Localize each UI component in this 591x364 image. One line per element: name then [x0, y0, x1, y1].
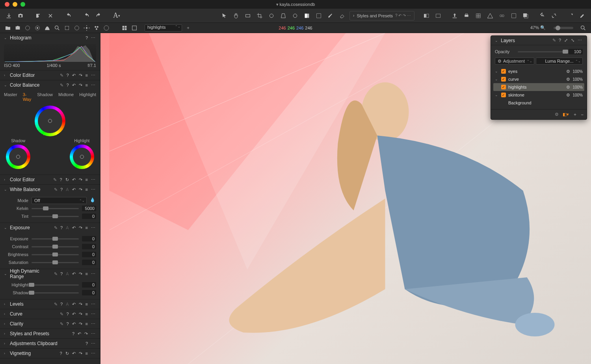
- color-editor2-header[interactable]: › Color Editor ✎ ?↻↶↷≡⋯: [0, 175, 100, 184]
- view-grid-button[interactable]: [121, 24, 128, 32]
- tint-slider[interactable]: [32, 216, 79, 217]
- delete-button[interactable]: [46, 11, 55, 20]
- menu-icon[interactable]: ⋯: [90, 35, 96, 41]
- exposure-tab[interactable]: [43, 24, 51, 32]
- metadata-tab[interactable]: [73, 24, 81, 32]
- color-editor-header[interactable]: › Color Editor ✎ ?↶↷≡⋯: [0, 71, 100, 80]
- exposure-header[interactable]: ⌄ Exposure ✎ ?A↶↷≡⋯: [0, 223, 100, 232]
- luma-range-button[interactable]: Luma Range...: [536, 58, 583, 65]
- ratio-tool[interactable]: [243, 11, 253, 20]
- exposure-slider[interactable]: [32, 238, 79, 240]
- highlight-warning-button[interactable]: [521, 11, 530, 20]
- search-icon[interactable]: [579, 24, 587, 32]
- before-after-button[interactable]: [422, 11, 431, 20]
- export-button[interactable]: [450, 11, 459, 20]
- proof-button[interactable]: [509, 11, 519, 20]
- cb-tab-highlight[interactable]: Highlight: [79, 92, 96, 102]
- layer-item-highlights[interactable]: ⌄✓highlights⚙100%: [493, 83, 584, 91]
- keystone-tool[interactable]: [279, 11, 288, 20]
- delete-layer-icon[interactable]: −: [581, 112, 584, 117]
- cb-tab-master[interactable]: Master: [4, 92, 17, 102]
- clarity-header[interactable]: ›Clarity✎?↶↷≡⋯: [0, 319, 100, 329]
- mask-tool[interactable]: [302, 11, 312, 20]
- import-button[interactable]: [4, 11, 13, 20]
- grid-button[interactable]: [474, 11, 483, 20]
- layer-item-eyes[interactable]: ⌄✓eyes⚙100%: [493, 67, 584, 75]
- highlight-wheel[interactable]: [70, 145, 94, 169]
- hdr-header[interactable]: ⌄ High Dynamic Range ✎ ?A↶↷≡⋯: [0, 269, 100, 279]
- tint-value[interactable]: 0: [82, 214, 96, 219]
- sliders-icon[interactable]: ⚙: [566, 69, 570, 74]
- adjustments-tab[interactable]: [63, 24, 71, 32]
- maximize-window-button[interactable]: [20, 2, 25, 7]
- color-tab[interactable]: [33, 24, 41, 32]
- saturation-slider[interactable]: [32, 262, 79, 263]
- histogram-graph[interactable]: [4, 44, 96, 62]
- view-single-button[interactable]: [130, 24, 138, 32]
- info-icon[interactable]: [102, 24, 110, 32]
- undo-step-button[interactable]: [82, 11, 91, 20]
- add-layer-button[interactable]: ＋: [184, 24, 192, 32]
- styles-presets-dropdown[interactable]: › Styles and Presets ? ↶ ↷ ⋯: [349, 11, 414, 20]
- white-balance-header[interactable]: ⌄ White Balance ✎ ?A↶↷≡⋯: [0, 185, 100, 194]
- layer-type-select[interactable]: ⚙Adjustment: [495, 58, 534, 65]
- minimize-window-button[interactable]: [13, 2, 17, 7]
- zoom-level[interactable]: 47% 🔍: [530, 25, 546, 30]
- rotate-tool[interactable]: [267, 11, 276, 20]
- hdr-highlight-slider[interactable]: [32, 284, 79, 286]
- adjustments-clipboard-header[interactable]: ›Adjustments Clipboard?⋯: [0, 339, 100, 348]
- reject-button[interactable]: [34, 11, 43, 20]
- mask-overlay-icon[interactable]: ◧▾: [563, 112, 569, 117]
- details-tab[interactable]: [53, 24, 61, 32]
- close-window-button[interactable]: [5, 2, 9, 7]
- pipette-icon[interactable]: 💧: [90, 197, 96, 204]
- kelvin-slider[interactable]: [32, 208, 79, 209]
- lens-tab[interactable]: [24, 24, 32, 32]
- capture-tab[interactable]: [14, 24, 22, 32]
- mask-display-icon[interactable]: ⚙: [555, 112, 559, 117]
- shadow-wheel[interactable]: [6, 145, 30, 169]
- new-layer-icon[interactable]: ＋: [573, 111, 577, 117]
- hand-tool[interactable]: [231, 11, 241, 20]
- eraser-tool[interactable]: [338, 11, 347, 20]
- kelvin-value[interactable]: 5000: [82, 206, 96, 211]
- hdr-shadow-slider[interactable]: [32, 292, 79, 293]
- color-balance-header[interactable]: ⌄ Color Balance ✎ ?↶↷≡⋯: [0, 80, 100, 90]
- zoom-slider[interactable]: [554, 27, 573, 29]
- layer-opacity-slider[interactable]: [518, 51, 565, 52]
- redo-step-button[interactable]: [94, 11, 103, 20]
- histogram-header[interactable]: ⌄ Histogram ?⋯: [0, 33, 100, 43]
- layer-item-background[interactable]: ⌄Background: [493, 99, 584, 107]
- styles-header[interactable]: ›Styles and Presets?↶↷⋯: [0, 329, 100, 338]
- cursor-tool[interactable]: [219, 11, 229, 20]
- cb-tab-shadow[interactable]: Shadow: [37, 92, 53, 102]
- print-button[interactable]: [462, 11, 471, 20]
- compare-button[interactable]: [433, 11, 443, 20]
- settings-tab[interactable]: [83, 24, 91, 32]
- spot-tool[interactable]: [290, 11, 300, 20]
- library-tab[interactable]: [4, 24, 12, 32]
- contrast-slider[interactable]: [32, 246, 79, 247]
- focus-mask-button[interactable]: [497, 11, 507, 20]
- capture-button[interactable]: [16, 11, 25, 20]
- wb-mode-select[interactable]: Off: [32, 197, 87, 204]
- edit-button[interactable]: [578, 11, 587, 20]
- layer-item-skintone[interactable]: ⌄✓skintone⚙100%: [493, 91, 584, 99]
- fullscreen-button[interactable]: [566, 11, 575, 20]
- refresh-button[interactable]: [549, 11, 559, 20]
- layers-header[interactable]: ⌄ Layers ✎ ?⤢⤡⋯: [491, 36, 587, 45]
- levels-header[interactable]: ›Levels✎?A↶↷≡⋯: [0, 299, 100, 309]
- batch-tab[interactable]: [93, 24, 100, 32]
- crop-tool[interactable]: [255, 11, 264, 20]
- brush-tool[interactable]: [326, 11, 335, 20]
- annotation-button[interactable]: A▾: [112, 11, 121, 20]
- warning-button[interactable]: [485, 11, 495, 20]
- layer-selector[interactable]: highlights: [145, 24, 182, 32]
- midtone-wheel[interactable]: [35, 106, 65, 136]
- gradient-tool[interactable]: [314, 11, 323, 20]
- layer-item-curve[interactable]: ⌄✓curve⚙100%: [493, 75, 584, 83]
- help-icon[interactable]: ?: [85, 35, 89, 41]
- undo-button[interactable]: [64, 11, 73, 20]
- cb-tab-midtone[interactable]: Midtone: [58, 92, 74, 102]
- curve-header[interactable]: ›Curve✎?↶↷≡⋯: [0, 309, 100, 319]
